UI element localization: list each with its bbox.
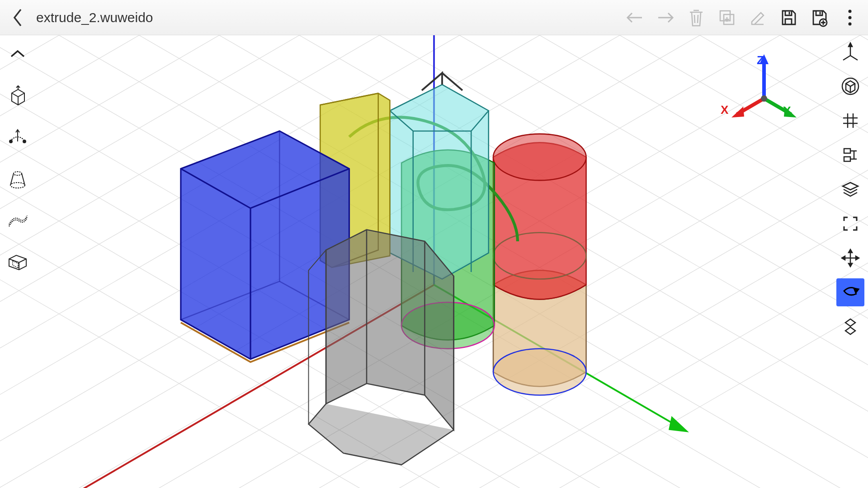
svg-marker-65 [849, 249, 852, 253]
svg-point-47 [493, 134, 586, 180]
right-toolbar [833, 35, 868, 488]
svg-point-60 [14, 172, 22, 175]
svg-marker-61 [849, 43, 852, 47]
svg-marker-66 [849, 263, 852, 267]
revolve-tool-button[interactable] [4, 123, 32, 151]
axis-x-label: X [721, 103, 728, 117]
grid-toggle-button[interactable] [836, 107, 864, 135]
collapse-toolbar-button[interactable] [4, 40, 32, 68]
delete-button[interactable] [682, 3, 711, 32]
svg-point-4 [849, 16, 852, 19]
sweep-tool-button[interactable] [4, 206, 32, 234]
svg-point-46 [493, 349, 586, 395]
axis-y-label: Y [783, 104, 791, 118]
back-button[interactable] [4, 3, 33, 32]
svg-point-3 [849, 9, 852, 13]
zoom-extents-button[interactable] [836, 313, 864, 341]
save-button[interactable] [774, 3, 803, 32]
svg-point-57 [9, 140, 12, 143]
orientation-widget[interactable]: Z X Y [723, 49, 805, 130]
menu-button[interactable] [835, 3, 864, 32]
svg-point-56 [761, 95, 767, 102]
fit-view-button[interactable] [836, 72, 864, 100]
svg-marker-69 [854, 288, 859, 293]
svg-marker-67 [842, 256, 845, 260]
save-as-button[interactable] [805, 3, 834, 32]
document-title: extrude_2.wuweido [36, 10, 153, 25]
svg-point-58 [23, 140, 26, 143]
shape-blue-cube [181, 131, 349, 362]
shell-tool-button[interactable] [4, 248, 32, 276]
svg-marker-53 [731, 107, 744, 117]
model-tree-button[interactable] [836, 141, 864, 169]
extrude-tool-button[interactable] [4, 81, 32, 109]
fullscreen-button[interactable] [836, 210, 864, 238]
undo-button[interactable] [620, 3, 649, 32]
shape-gray-hex [309, 230, 454, 465]
duplicate-button[interactable] [712, 3, 741, 32]
svg-marker-68 [856, 256, 859, 260]
axes-view-button[interactable] [836, 38, 864, 66]
svg-point-5 [849, 22, 852, 25]
svg-marker-45 [669, 416, 689, 432]
redo-button[interactable] [651, 3, 680, 32]
svg-point-59 [10, 183, 25, 188]
svg-rect-63 [844, 149, 850, 153]
layers-button[interactable] [836, 175, 864, 203]
rotate-mode-button[interactable] [836, 278, 864, 306]
shape-red-cylinder [493, 134, 586, 299]
pan-mode-button[interactable] [836, 244, 864, 272]
viewport-3d[interactable]: Z X Y [0, 35, 868, 488]
left-toolbar [0, 35, 35, 488]
loft-tool-button[interactable] [4, 164, 32, 192]
header: extrude_2.wuweido [0, 0, 868, 35]
svg-rect-64 [844, 157, 850, 161]
edit-button[interactable] [743, 3, 772, 32]
axis-z-label: Z [757, 53, 764, 67]
